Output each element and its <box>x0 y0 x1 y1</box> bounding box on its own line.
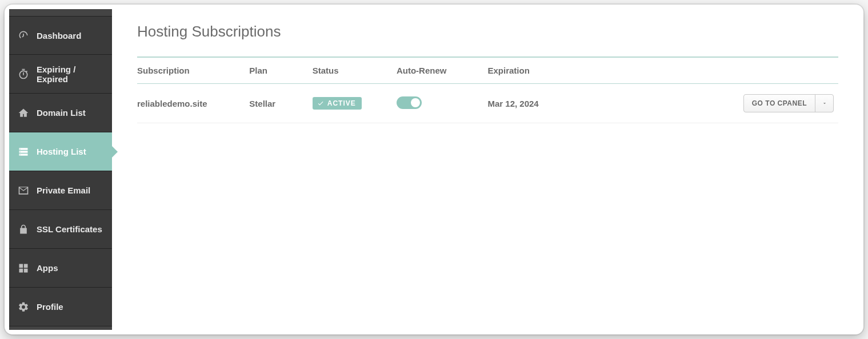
subscriptions-table: Subscription Plan Status Auto-Renew Expi… <box>137 56 838 123</box>
header-autorenew: Auto-Renew <box>397 57 488 84</box>
gauge-icon <box>17 29 30 42</box>
page-title: Hosting Subscriptions <box>137 23 838 41</box>
cpanel-button-group: GO TO CPANEL <box>743 94 834 112</box>
cell-plan: Stellar <box>249 84 312 123</box>
cell-status: ACTIVE <box>313 84 397 123</box>
sidebar-item-dashboard[interactable]: Dashboard <box>9 16 112 55</box>
header-actions <box>642 57 838 84</box>
app-window: Dashboard Expiring / Expired Domain List… <box>5 5 863 334</box>
sidebar-item-label: Expiring / Expired <box>37 64 104 84</box>
apps-icon <box>17 262 30 275</box>
header-expiration: Expiration <box>487 57 642 84</box>
sidebar-item-label: Domain List <box>37 108 86 118</box>
stopwatch-icon <box>17 68 30 80</box>
autorenew-toggle[interactable] <box>397 96 422 109</box>
home-icon <box>17 107 30 119</box>
sidebar-item-domain-list[interactable]: Domain List <box>9 94 112 132</box>
header-status: Status <box>313 57 397 84</box>
go-to-cpanel-button[interactable]: GO TO CPANEL <box>744 95 815 112</box>
table-row: reliabledemo.site Stellar ACTIVE Mar 12,… <box>137 84 838 123</box>
cell-subscription: reliabledemo.site <box>137 84 249 123</box>
server-icon <box>17 146 30 158</box>
sidebar-item-label: SSL Certificates <box>37 224 102 234</box>
cpanel-dropdown-button[interactable] <box>815 95 833 112</box>
gear-icon <box>17 301 30 313</box>
sidebar-item-private-email[interactable]: Private Email <box>9 171 112 210</box>
lock-icon <box>17 223 30 236</box>
sidebar-item-hosting-list[interactable]: Hosting List <box>9 132 112 171</box>
table-header-row: Subscription Plan Status Auto-Renew Expi… <box>137 57 838 84</box>
sidebar-item-ssl-certificates[interactable]: SSL Certificates <box>9 210 112 249</box>
sidebar-item-apps[interactable]: Apps <box>9 249 112 288</box>
sidebar-item-label: Apps <box>37 263 58 273</box>
sidebar: Dashboard Expiring / Expired Domain List… <box>9 9 112 330</box>
main-content: Hosting Subscriptions Subscription Plan … <box>112 5 863 334</box>
check-icon <box>317 100 324 107</box>
status-badge: ACTIVE <box>313 97 362 110</box>
cell-expiration: Mar 12, 2024 <box>487 84 642 123</box>
header-subscription: Subscription <box>137 57 249 84</box>
status-badge-label: ACTIVE <box>327 99 356 107</box>
sidebar-item-profile[interactable]: Profile <box>9 288 112 326</box>
mail-icon <box>17 184 30 197</box>
sidebar-item-expiring[interactable]: Expiring / Expired <box>9 55 112 94</box>
sidebar-item-label: Profile <box>37 302 63 312</box>
sidebar-item-label: Private Email <box>37 185 90 195</box>
header-plan: Plan <box>249 57 312 84</box>
cell-autorenew <box>397 84 488 123</box>
chevron-down-icon <box>822 100 827 106</box>
cell-actions: GO TO CPANEL <box>642 84 838 123</box>
sidebar-item-label: Dashboard <box>37 31 81 41</box>
sidebar-item-label: Hosting List <box>37 147 86 156</box>
